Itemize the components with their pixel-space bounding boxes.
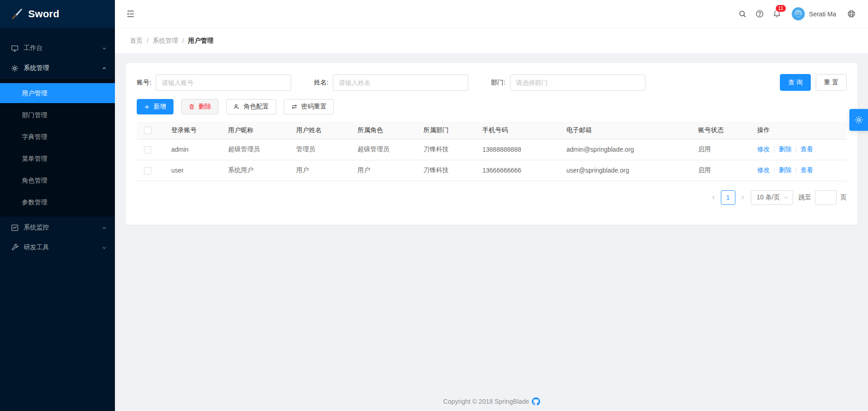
- sidebar-item-user-management[interactable]: 用户管理: [0, 83, 115, 103]
- sidebar-item-label: 系统监控: [24, 223, 49, 232]
- top-header: 11 Serati Ma: [115, 0, 868, 28]
- sidebar-collapse-button[interactable]: [126, 9, 137, 20]
- add-button[interactable]: 新增: [137, 99, 174, 114]
- page-unit-label: 页: [840, 193, 847, 202]
- cell-role: 超级管理员: [350, 139, 416, 160]
- delete-link[interactable]: 删除: [779, 145, 792, 153]
- breadcrumb: 首页 / 系统管理 / 用户管理: [115, 28, 868, 53]
- filter-row: 账号: 姓名: 部门: 查 询 重 置: [137, 74, 847, 91]
- swap-icon: [291, 104, 298, 110]
- reset-button[interactable]: 重 置: [816, 74, 847, 91]
- copyright-text: Copyright © 2018 SpringBlade: [443, 398, 529, 405]
- table-header-row: 登录账号 用户昵称 用户姓名 所属角色 所属部门 手机号码 电子邮箱 账号状态 …: [137, 122, 847, 139]
- row-checkbox[interactable]: [144, 146, 151, 154]
- edit-link[interactable]: 修改: [757, 166, 770, 173]
- dept-select[interactable]: [510, 74, 645, 91]
- user-management-card: 账号: 姓名: 部门: 查 询 重 置: [126, 63, 858, 225]
- cell-actions: 修改|删除|查看: [750, 139, 847, 160]
- search-icon[interactable]: [734, 5, 751, 23]
- sidebar-item-workbench[interactable]: 工作台: [0, 39, 115, 57]
- name-label: 姓名:: [314, 79, 328, 87]
- app-title: Sword: [28, 8, 60, 20]
- search-button[interactable]: 查 询: [780, 74, 811, 91]
- account-label: 账号:: [137, 79, 151, 87]
- table-row: user 系统用户 用户 用户 刀锋科技 13666666666 user@sp…: [137, 160, 847, 181]
- sidebar-item-dict-management[interactable]: 字典管理: [0, 127, 115, 147]
- jump-to-input[interactable]: [815, 190, 837, 205]
- sidebar-item-system-management[interactable]: 系统管理: [0, 59, 115, 77]
- trash-icon: [188, 104, 195, 110]
- cell-status: 启用: [691, 139, 750, 160]
- cell-role: 用户: [350, 160, 416, 181]
- page-number-1[interactable]: 1: [721, 190, 735, 205]
- delete-link[interactable]: 删除: [779, 166, 792, 173]
- github-icon[interactable]: [532, 397, 540, 406]
- gear-icon: [11, 64, 19, 72]
- password-reset-button[interactable]: 密码重置: [284, 99, 334, 114]
- cell-dept: 刀锋科技: [416, 160, 475, 181]
- view-link[interactable]: 查看: [800, 145, 813, 153]
- cell-name: 用户: [289, 160, 350, 181]
- account-input[interactable]: [156, 74, 291, 91]
- breadcrumb-system[interactable]: 系统管理: [153, 37, 178, 45]
- column-status: 账号状态: [691, 122, 750, 139]
- row-checkbox[interactable]: [144, 167, 151, 174]
- sidebar-item-label: 工作台: [24, 44, 43, 52]
- user-plus-icon: [233, 104, 240, 110]
- chart-icon: [11, 224, 19, 232]
- gear-icon: [854, 115, 863, 124]
- cell-email: user@springblade.org: [559, 160, 691, 181]
- cell-phone: 13666666666: [475, 160, 559, 181]
- dept-filter: 部门:: [491, 74, 645, 91]
- sidebar-item-label: 研发工具: [24, 243, 49, 252]
- cell-login: user: [164, 160, 221, 181]
- sidebar-item-param-management[interactable]: 参数管理: [0, 192, 115, 212]
- cell-actions: 修改|删除|查看: [750, 160, 847, 181]
- chevron-down-icon: [102, 46, 107, 51]
- column-dept: 所属部门: [416, 122, 475, 139]
- cell-nickname: 系统用户: [221, 160, 289, 181]
- app-logo[interactable]: Sword: [0, 0, 115, 28]
- monitor-icon: [11, 45, 19, 52]
- dept-label: 部门:: [491, 79, 506, 87]
- jump-to-label: 跳至: [799, 193, 811, 202]
- column-nickname: 用户昵称: [221, 122, 289, 139]
- plus-icon: [144, 104, 150, 110]
- column-phone: 手机号码: [475, 122, 559, 139]
- user-menu[interactable]: Serati Ma: [792, 7, 836, 20]
- table-row: admin 超级管理员 管理员 超级管理员 刀锋科技 13888888888 a…: [137, 139, 847, 160]
- sidebar-item-role-management[interactable]: 角色管理: [0, 170, 115, 190]
- column-login: 登录账号: [164, 122, 221, 139]
- sidebar-item-menu-management[interactable]: 菜单管理: [0, 149, 115, 168]
- breadcrumb-separator: /: [147, 37, 149, 45]
- notifications-bell-icon[interactable]: 11: [768, 5, 785, 23]
- help-icon[interactable]: [751, 5, 768, 23]
- page-footer: Copyright © 2018 SpringBlade: [126, 391, 858, 411]
- account-filter: 账号:: [137, 74, 291, 91]
- edit-link[interactable]: 修改: [757, 145, 770, 153]
- cell-login: admin: [164, 139, 221, 160]
- sidebar-item-system-monitor[interactable]: 系统监控: [0, 218, 115, 237]
- prev-page-icon[interactable]: [708, 190, 719, 205]
- cell-phone: 13888888888: [475, 139, 559, 160]
- page-size-select[interactable]: 10 条/页: [751, 190, 793, 205]
- notification-badge: 11: [775, 5, 786, 12]
- cell-email: admin@springblade.org: [559, 139, 691, 160]
- next-page-icon[interactable]: [737, 190, 748, 205]
- view-link[interactable]: 查看: [800, 166, 813, 173]
- role-config-button[interactable]: 角色配置: [226, 99, 276, 114]
- language-globe-icon[interactable]: [843, 5, 860, 23]
- table-toolbar: 新增 删除: [137, 99, 847, 114]
- header-actions: 11 Serati Ma: [734, 5, 860, 23]
- chevron-down-icon: [102, 225, 107, 230]
- breadcrumb-home[interactable]: 首页: [130, 37, 143, 45]
- avatar: [792, 7, 805, 20]
- settings-drawer-button[interactable]: [849, 109, 868, 131]
- select-all-checkbox[interactable]: [144, 127, 151, 134]
- sidebar-item-dev-tools[interactable]: 研发工具: [0, 238, 115, 257]
- pagination: 1 10 条/页 跳至 页: [137, 190, 847, 205]
- cell-status: 启用: [691, 160, 750, 181]
- name-input[interactable]: [333, 74, 468, 91]
- sidebar-item-dept-management[interactable]: 部门管理: [0, 105, 115, 125]
- delete-button[interactable]: 删除: [181, 99, 218, 114]
